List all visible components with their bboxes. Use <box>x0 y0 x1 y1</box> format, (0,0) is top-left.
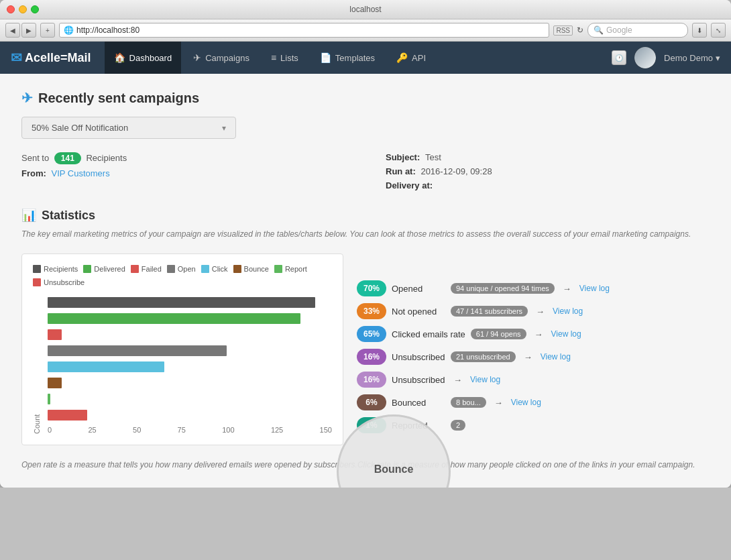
nav-campaigns[interactable]: ✈ Campaigns <box>184 42 259 74</box>
x-axis: 0 25 50 75 100 125 150 <box>48 426 332 434</box>
statistics-title: Statistics <box>42 209 95 223</box>
avatar <box>634 47 656 68</box>
nav-dashboard[interactable]: 🏠 Dashboard <box>105 42 182 74</box>
bar-fill-delivered <box>48 313 300 324</box>
metric-clicked: 65% Clicked emails rate 61 / 94 opens → … <box>357 326 610 342</box>
legend-click: Click <box>201 265 228 273</box>
metric-link-bounced[interactable]: View log <box>511 398 541 407</box>
nav-lists-label: Lists <box>280 53 298 63</box>
metric-link-not-opened[interactable]: View log <box>553 306 583 316</box>
nav-templates[interactable]: 📄 Templates <box>311 42 384 74</box>
nav-user-menu[interactable]: Demo Demo ▾ <box>664 53 720 63</box>
legend-label-unsubscribe: Unsubscribe <box>44 278 85 286</box>
metric-link-unsubscribed[interactable]: View log <box>541 352 571 361</box>
legend-label-report: Report <box>285 265 307 273</box>
metric-unsubscribed2: 16% Unsubscribed → View log <box>357 372 610 388</box>
bar-chart: Count <box>33 297 332 434</box>
main-content: ✈ Recently sent campaigns 50% Sale Off N… <box>0 74 731 488</box>
legend-dot-report <box>274 265 282 273</box>
brand-text: Acelle=Mail <box>25 51 91 65</box>
metric-tag-unsubscribed: 21 unsubscribed <box>451 351 516 362</box>
bar-fill-click <box>48 361 164 372</box>
metric-badge-opened: 70% <box>357 280 386 296</box>
fullscreen-button[interactable]: ⤡ <box>711 23 726 38</box>
reload-button[interactable]: + <box>40 23 55 38</box>
bar-bounce <box>48 378 332 388</box>
metric-badge-not-opened: 33% <box>357 303 386 319</box>
history-button[interactable]: 🕐 <box>612 50 626 65</box>
x-tick-75: 75 <box>178 426 186 434</box>
x-tick-150: 150 <box>320 426 332 434</box>
x-tick-0: 0 <box>48 426 52 434</box>
metric-unsubscribed: 16% Unsubscribed 21 unsubscribed → View … <box>357 349 610 365</box>
section-title: Recently sent campaigns <box>38 91 199 106</box>
metric-label-not-opened: Not opened <box>392 306 445 317</box>
metric-arrow-opened: → <box>563 284 571 294</box>
downloads-button[interactable]: ⬇ <box>692 23 707 38</box>
minimize-button[interactable] <box>19 5 27 13</box>
metric-badge-reported: 1% <box>357 417 386 433</box>
metric-link-opened[interactable]: View log <box>579 284 610 293</box>
bar-fill-recipients <box>48 297 315 308</box>
metric-badge-unsubscribed: 16% <box>357 349 386 365</box>
campaign-info-left: Sent to 141 Recipients From: VIP Custome… <box>21 152 345 194</box>
window-title: localhost <box>349 5 381 14</box>
legend-report: Report <box>274 265 307 273</box>
bar-fill-failed <box>48 329 62 340</box>
delivery-at-label: Delivery at: <box>386 180 433 190</box>
rss-badge: RSS <box>553 25 573 36</box>
metrics-panel: 70% Opened 94 unique / opened 94 times →… <box>357 254 610 433</box>
bar-fill-unsubscribe <box>48 410 87 421</box>
subject-label: Subject: <box>386 152 420 162</box>
legend-unsubscribe: Unsubscribe <box>33 278 85 286</box>
legend-label-recipients: Recipients <box>44 265 78 273</box>
metric-link-clicked[interactable]: View log <box>551 329 581 339</box>
legend-dot-unsubscribe <box>33 278 41 286</box>
refresh-icon[interactable]: ↻ <box>577 25 583 35</box>
from-row: From: VIP Customers <box>21 168 345 178</box>
campaign-info-right: Subject: Test Run at: 2016-12-09, 09:28 … <box>386 152 710 194</box>
metric-link-unsubscribed2[interactable]: View log <box>470 375 500 384</box>
recipients-label: Recipients <box>86 153 127 163</box>
metric-arrow-unsubscribed2: → <box>453 375 462 385</box>
nav-lists[interactable]: ≡ Lists <box>262 42 308 74</box>
browser-toolbar: ◀ ▶ + 🌐 http://localhost:80 RSS ↻ 🔍 Goog… <box>0 19 731 42</box>
y-axis-label: Count <box>33 297 41 434</box>
user-dropdown-icon: ▾ <box>716 53 720 63</box>
forward-button[interactable]: ▶ <box>21 23 36 38</box>
metrics-with-tooltip: 70% Opened 94 unique / opened 94 times →… <box>357 254 610 445</box>
nav-dashboard-label: Dashboard <box>129 53 172 63</box>
metric-tag-bounced: 8 bou... <box>451 397 486 408</box>
sent-to-label: Sent to <box>21 153 49 163</box>
close-button[interactable] <box>7 5 15 13</box>
metric-pct-reported: 1% <box>366 421 377 430</box>
x-tick-100: 100 <box>222 426 234 434</box>
address-bar[interactable]: 🌐 http://localhost:80 <box>59 23 549 38</box>
campaign-selector[interactable]: 50% Sale Off Notification ▾ <box>21 117 236 139</box>
bar-delivered <box>48 313 332 324</box>
campaign-selector-text: 50% Sale Off Notification <box>32 123 128 133</box>
metric-label-clicked: Clicked emails rate <box>392 329 465 339</box>
metric-badge-clicked: 65% <box>357 326 386 342</box>
nav-user-name: Demo Demo <box>664 53 713 63</box>
browser-search[interactable]: 🔍 Google <box>587 23 688 38</box>
nav-api[interactable]: 🔑 API <box>387 42 435 74</box>
bar-fill-open <box>48 345 227 356</box>
bar-unsubscribe <box>48 410 332 421</box>
avatar-image <box>634 47 656 68</box>
bar-failed <box>48 329 332 340</box>
nav-campaigns-label: Campaigns <box>205 53 249 63</box>
bar-report <box>48 394 332 404</box>
campaign-info: Sent to 141 Recipients From: VIP Custome… <box>21 152 710 194</box>
metric-label-reported: Reported <box>392 421 445 431</box>
metric-badge-unsubscribed2: 16% <box>357 372 386 388</box>
metric-arrow-clicked: → <box>535 329 543 339</box>
legend-bounce: Bounce <box>233 265 269 273</box>
metric-opened: 70% Opened 94 unique / opened 94 times →… <box>357 280 610 296</box>
legend-label-failed: Failed <box>142 265 162 273</box>
footer-note: Open rate is a measure that tells you ho… <box>21 459 710 471</box>
bar-fill-report <box>48 394 50 404</box>
legend-failed: Failed <box>131 265 162 273</box>
maximize-button[interactable] <box>31 5 39 13</box>
back-button[interactable]: ◀ <box>5 23 20 38</box>
